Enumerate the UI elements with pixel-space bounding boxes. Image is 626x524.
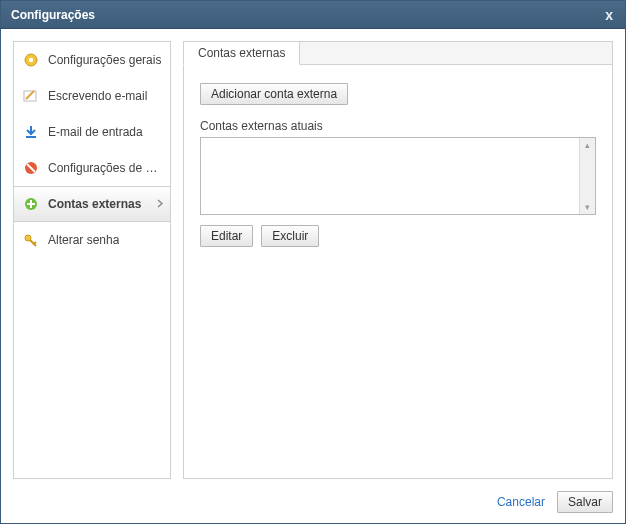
edit-button[interactable]: Editar: [200, 225, 253, 247]
dialog-body: Configurações gerais Escrevendo e-mail E…: [1, 29, 625, 485]
svg-point-1: [29, 58, 33, 62]
add-external-account-button[interactable]: Adicionar conta externa: [200, 83, 348, 105]
chevron-right-icon: [157, 197, 164, 211]
dialog-title: Configurações: [11, 8, 95, 22]
tab-label: Contas externas: [198, 46, 285, 60]
sidebar-item-label: E-mail de entrada: [48, 125, 143, 139]
dialog-footer: Cancelar Salvar: [1, 485, 625, 523]
list-label: Contas externas atuais: [200, 119, 596, 133]
gear-icon: [22, 51, 40, 69]
close-icon[interactable]: x: [601, 7, 617, 23]
svg-rect-3: [26, 136, 36, 138]
sidebar-item-label: Escrevendo e-mail: [48, 89, 147, 103]
sidebar-item-compose[interactable]: Escrevendo e-mail: [14, 78, 170, 114]
sidebar-item-label: Contas externas: [48, 197, 141, 211]
titlebar: Configurações x: [1, 1, 625, 29]
sidebar-item-spam[interactable]: Configurações de spam: [14, 150, 170, 186]
scroll-up-icon[interactable]: ▴: [585, 140, 590, 150]
delete-button[interactable]: Excluir: [261, 225, 319, 247]
sidebar-item-password[interactable]: Alterar senha: [14, 222, 170, 258]
key-icon: [22, 231, 40, 249]
cancel-link[interactable]: Cancelar: [497, 495, 545, 509]
sidebar-item-external-accounts[interactable]: Contas externas: [14, 186, 170, 222]
sidebar-item-label: Configurações gerais: [48, 53, 161, 67]
content-panel: Contas externas Adicionar conta externa …: [183, 41, 613, 479]
sidebar-item-general[interactable]: Configurações gerais: [14, 42, 170, 78]
block-icon: [22, 159, 40, 177]
sidebar: Configurações gerais Escrevendo e-mail E…: [13, 41, 171, 479]
settings-dialog: Configurações x Configurações gerais Esc…: [0, 0, 626, 524]
list-action-row: Editar Excluir: [200, 225, 596, 247]
save-button[interactable]: Salvar: [557, 491, 613, 513]
sidebar-item-label: Configurações de spam: [48, 161, 162, 175]
download-icon: [22, 123, 40, 141]
scroll-down-icon[interactable]: ▾: [585, 202, 590, 212]
compose-icon: [22, 87, 40, 105]
sidebar-item-incoming[interactable]: E-mail de entrada: [14, 114, 170, 150]
external-accounts-listbox[interactable]: ▴ ▾: [200, 137, 596, 215]
content-inner: Adicionar conta externa Contas externas …: [184, 65, 612, 478]
add-icon: [22, 195, 40, 213]
sidebar-item-label: Alterar senha: [48, 233, 119, 247]
scrollbar[interactable]: ▴ ▾: [579, 138, 595, 214]
tab-external-accounts[interactable]: Contas externas: [183, 41, 300, 65]
